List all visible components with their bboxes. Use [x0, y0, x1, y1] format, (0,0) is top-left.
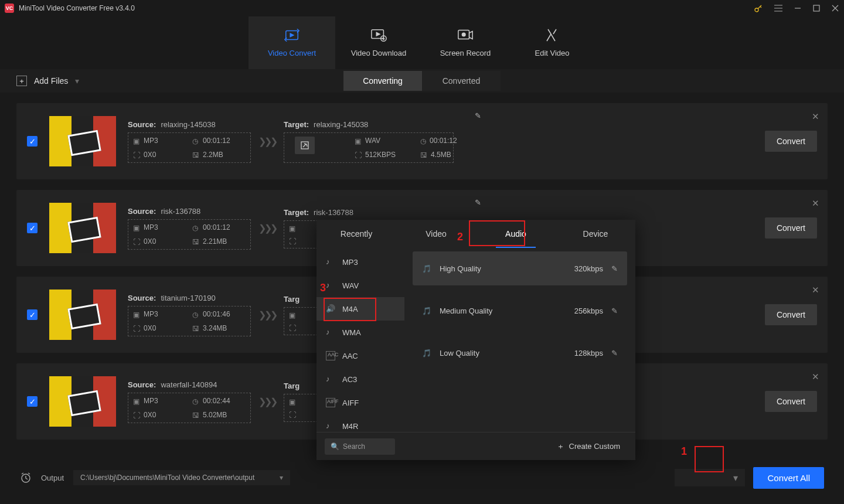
- format-label: WAV: [342, 281, 359, 290]
- quality-name: High Quality: [440, 264, 566, 273]
- nav-video-download[interactable]: Video Download: [335, 16, 422, 69]
- row-checkbox[interactable]: ✓: [27, 309, 38, 320]
- quality-high[interactable]: 🎵 High Quality 320kbps ✎: [413, 251, 627, 285]
- menu-icon[interactable]: [774, 4, 783, 12]
- tgt-duration: 00:01:12: [430, 137, 457, 145]
- format-item-m4a[interactable]: 🔊M4A: [316, 297, 404, 321]
- format-item-ac3[interactable]: ♪AC3: [316, 367, 404, 391]
- file-thumbnail: [49, 376, 116, 427]
- nav-video-download-label: Video Download: [351, 49, 406, 57]
- row-checkbox[interactable]: ✓: [27, 223, 38, 233]
- nav-edit-video[interactable]: Edit Video: [509, 16, 595, 69]
- rename-icon[interactable]: ✎: [475, 111, 481, 120]
- schedule-icon[interactable]: [20, 472, 32, 483]
- convert-button[interactable]: Convert: [765, 131, 817, 152]
- convert-button[interactable]: Convert: [765, 304, 817, 325]
- convert-all-button[interactable]: Convert All: [753, 467, 824, 489]
- format-item-aiff[interactable]: AIFFAIFF: [316, 391, 404, 414]
- arrow-icon: ❯❯❯: [251, 136, 284, 147]
- nav-screen-record[interactable]: Screen Record: [422, 16, 509, 69]
- tab-converting[interactable]: Converting: [343, 71, 422, 91]
- clock-icon: ◷: [192, 137, 199, 144]
- quality-medium[interactable]: 🎵 Medium Quality 256kbps ✎: [413, 294, 627, 328]
- minimize-icon[interactable]: [794, 4, 802, 12]
- edit-icon[interactable]: ✎: [611, 307, 618, 315]
- size-icon: 🖫: [420, 151, 427, 158]
- src-resolution: 0X0: [144, 151, 156, 159]
- row-checkbox[interactable]: ✓: [27, 396, 38, 407]
- app-title: MiniTool Video Converter Free v3.4.0: [19, 4, 754, 12]
- quality-bitrate: 128kbps: [574, 349, 603, 357]
- format-item-mp3[interactable]: ♪MP3: [316, 250, 404, 274]
- convert-all-format-dropdown[interactable]: ▾: [675, 469, 745, 486]
- target-label-short: Targ: [284, 382, 300, 390]
- convert-icon: [284, 29, 300, 42]
- output-label: Output: [41, 474, 64, 482]
- format-item-aac[interactable]: AACAAC: [316, 344, 404, 367]
- maximize-icon[interactable]: [812, 4, 821, 12]
- create-custom-button[interactable]: ＋ Create Custom: [550, 441, 627, 452]
- add-files-button[interactable]: + Add Files ▾: [16, 76, 79, 86]
- src-size: 2.2MB: [203, 151, 223, 159]
- output-path-text: C:\Users\bj\Documents\MiniTool Video Con…: [80, 474, 254, 482]
- download-icon: [370, 29, 387, 42]
- app-icon: VC: [5, 4, 14, 13]
- src-resolution: 0X0: [144, 324, 156, 332]
- popup-tab-recently[interactable]: Recently: [316, 220, 396, 248]
- remove-row-icon[interactable]: ✕: [812, 372, 819, 382]
- plus-icon: ＋: [557, 441, 564, 452]
- format-item-m4r[interactable]: ♪M4R: [316, 414, 404, 432]
- format-icon: ▣: [355, 137, 362, 144]
- tgt-size: 4.5MB: [431, 151, 451, 159]
- output-path-dropdown[interactable]: C:\Users\bj\Documents\MiniTool Video Con…: [73, 470, 290, 485]
- size-icon: 🖫: [192, 151, 199, 158]
- format-label: M4R: [342, 422, 358, 431]
- tab-converted[interactable]: Converted: [422, 71, 501, 91]
- quality-low[interactable]: 🎵 Low Quality 128kbps ✎: [413, 336, 627, 370]
- remove-row-icon[interactable]: ✕: [812, 198, 819, 209]
- src-size: 3.24MB: [203, 324, 227, 332]
- edit-icon[interactable]: ✎: [611, 349, 618, 357]
- remove-row-icon[interactable]: ✕: [812, 111, 819, 122]
- popup-tab-video[interactable]: Video: [396, 220, 476, 248]
- target-label: Target:: [284, 208, 309, 217]
- search-placeholder: Search: [343, 442, 365, 451]
- src-format: MP3: [144, 223, 158, 231]
- source-label: Source:: [128, 207, 156, 216]
- format-label: M4A: [342, 305, 358, 314]
- src-duration: 00:01:12: [203, 137, 230, 145]
- convert-button[interactable]: Convert: [765, 391, 817, 412]
- target-label: Target:: [284, 120, 309, 129]
- source-name: waterfall-140894: [161, 380, 217, 389]
- format-search-input[interactable]: 🔍 Search: [325, 438, 395, 455]
- tgt-format: WAV: [365, 137, 380, 145]
- toolbar: + Add Files ▾ Converting Converted: [0, 69, 844, 93]
- source-name: titanium-170190: [161, 294, 215, 302]
- popup-tab-audio[interactable]: Audio: [476, 220, 556, 248]
- format-label: WMA: [342, 328, 361, 337]
- popup-tab-device[interactable]: Device: [556, 220, 635, 248]
- format-label: AC3: [342, 375, 357, 384]
- row-checkbox[interactable]: ✓: [27, 136, 38, 147]
- key-icon[interactable]: [754, 4, 763, 13]
- bottom-bar: Output C:\Users\bj\Documents\MiniTool Vi…: [0, 463, 844, 492]
- remove-row-icon[interactable]: ✕: [812, 285, 819, 295]
- nav-video-convert[interactable]: Video Convert: [249, 16, 335, 69]
- edit-icon[interactable]: ✎: [611, 264, 618, 273]
- source-name: risk-136788: [161, 207, 200, 216]
- target-settings-button[interactable]: [295, 137, 315, 154]
- bitrate-icon: ⛶: [355, 151, 362, 158]
- resolution-icon: ⛶: [133, 151, 140, 158]
- rename-icon[interactable]: ✎: [475, 198, 481, 207]
- src-duration: 00:01:46: [203, 310, 230, 318]
- file-thumbnail: [49, 290, 116, 340]
- close-icon[interactable]: [831, 4, 839, 12]
- format-item-wma[interactable]: ♪WMA: [316, 321, 404, 344]
- convert-button[interactable]: Convert: [765, 217, 817, 239]
- plus-icon: +: [16, 76, 27, 86]
- format-icon: ▣: [133, 137, 140, 144]
- file-audio-icon: 🎵: [422, 307, 431, 315]
- format-item-wav[interactable]: ♪WAV: [316, 274, 404, 297]
- format-label: AIFF: [342, 399, 359, 407]
- file-thumbnail: [49, 203, 116, 253]
